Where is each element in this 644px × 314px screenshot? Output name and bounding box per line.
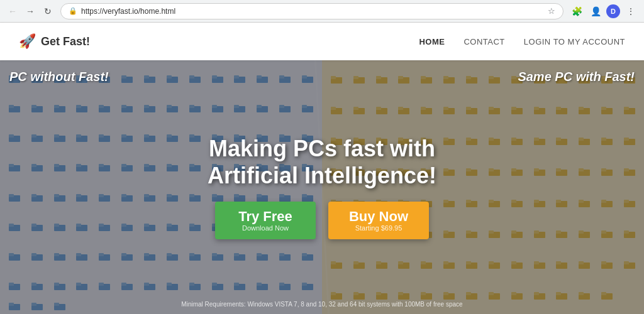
nav-links: HOME CONTACT LOGIN TO MY ACCOUNT (419, 37, 625, 46)
requirements-text: Minimal Requirements: Windows VISTA 7, 8… (181, 301, 462, 308)
logo-rocket-icon: 🚀 (19, 33, 36, 50)
hero-title: Making PCs fast with Artificial Intellig… (208, 135, 436, 189)
site-logo[interactable]: 🚀 Get Fast! (19, 33, 419, 50)
site-nav: 🚀 Get Fast! HOME CONTACT LOGIN TO MY ACC… (0, 23, 644, 60)
bookmark-icon[interactable]: ☆ (548, 6, 555, 16)
try-free-label: Try Free (238, 209, 292, 224)
back-button[interactable]: ← (5, 4, 20, 19)
logo-text: Get Fast! (41, 35, 90, 48)
website: 🚀 Get Fast! HOME CONTACT LOGIN TO MY ACC… (0, 23, 644, 314)
account-icon[interactable]: 👤 (587, 3, 604, 19)
url-input[interactable] (81, 7, 544, 16)
extensions-icon[interactable]: 🧩 (569, 3, 585, 19)
nav-buttons: ← → ↻ (5, 4, 55, 19)
nav-link-home[interactable]: HOME (419, 37, 445, 46)
browser-actions: 🧩 👤 D ⋮ (569, 3, 639, 19)
profile-icon[interactable]: D (606, 4, 620, 18)
nav-link-contact[interactable]: CONTACT (464, 37, 504, 46)
buy-now-sublabel: Starting $69.95 (355, 224, 402, 232)
browser-chrome: ← → ↻ 🔒 ☆ 🧩 👤 D ⋮ (0, 0, 644, 23)
nav-link-login[interactable]: LOGIN TO MY ACCOUNT (524, 37, 625, 46)
lock-icon: 🔒 (69, 7, 77, 15)
buy-now-label: Buy Now (349, 209, 408, 224)
hero-section: PC without Fast! Same PC with Fast! Maki… (0, 60, 644, 314)
more-actions-icon[interactable]: ⋮ (623, 3, 639, 19)
hero-buttons: Try Free Download Now Buy Now Starting $… (215, 202, 429, 239)
try-free-button[interactable]: Try Free Download Now (215, 202, 316, 239)
address-bar[interactable]: 🔒 ☆ (60, 3, 564, 19)
forward-button[interactable]: → (23, 4, 38, 19)
reload-button[interactable]: ↻ (40, 4, 55, 19)
buy-now-button[interactable]: Buy Now Starting $69.95 (328, 202, 429, 239)
try-free-sublabel: Download Now (242, 224, 289, 232)
hero-content: Making PCs fast with Artificial Intellig… (0, 60, 644, 314)
